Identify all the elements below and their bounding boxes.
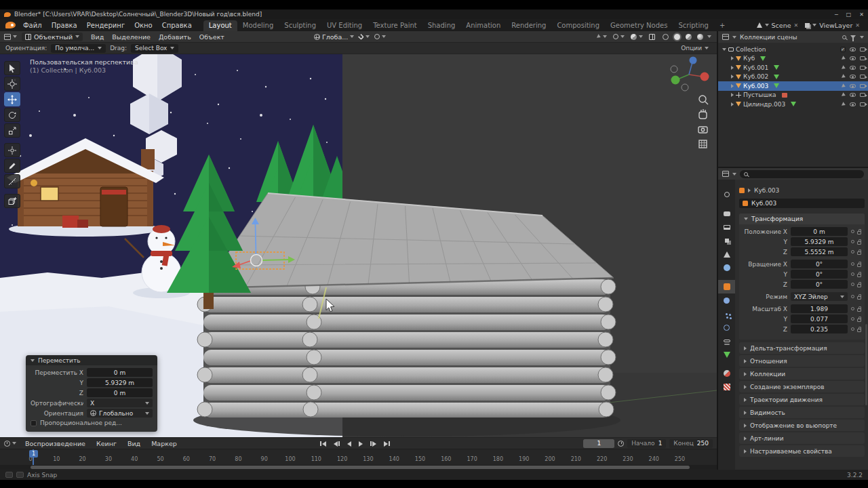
workspace-tab-sculpting[interactable]: Sculpting: [279, 20, 321, 31]
disable-render-icon[interactable]: [860, 75, 865, 79]
collection-checkbox[interactable]: ✓: [840, 47, 846, 52]
properties-tab-physics[interactable]: [718, 321, 735, 334]
lock-icon[interactable]: [857, 329, 861, 332]
disable-render-icon[interactable]: [860, 102, 865, 106]
timeline-menu-Воспроизведение[interactable]: Воспроизведение: [20, 439, 90, 448]
timeline-menu-Кеинг[interactable]: Кеинг: [92, 439, 121, 448]
xray-toggle[interactable]: [649, 34, 655, 40]
jump-to-prev-keyframe-button[interactable]: [332, 441, 341, 447]
proportional-editing-dropdown[interactable]: [374, 34, 386, 39]
shading-material-button[interactable]: [684, 33, 693, 41]
expand-icon[interactable]: [731, 66, 734, 70]
expand-icon[interactable]: [731, 93, 734, 97]
selectable-icon[interactable]: [842, 74, 846, 79]
gray-log-building[interactable]: [193, 193, 620, 436]
expand-icon[interactable]: [731, 84, 734, 88]
lock-icon[interactable]: [857, 241, 861, 245]
transform-orientation-dropdown[interactable]: Глоба...: [314, 33, 354, 41]
expand-icon[interactable]: [722, 48, 726, 51]
selectable-icon[interactable]: [842, 56, 846, 61]
shading-solid-button[interactable]: [673, 33, 682, 41]
outliner-row-Collection[interactable]: Collection ✓: [718, 45, 868, 54]
hide-viewport-icon[interactable]: [850, 47, 856, 52]
hide-viewport-icon[interactable]: [850, 102, 856, 106]
section-Арт-линии[interactable]: Арт-линии: [739, 432, 865, 444]
field-Положение X[interactable]: 0 m: [791, 227, 848, 236]
unlink-scene-icon[interactable]: ✕: [794, 22, 799, 28]
timeline-editor-dropdown[interactable]: [4, 441, 16, 447]
animate-decorator-icon[interactable]: [851, 262, 854, 266]
section-Коллекции[interactable]: Коллекции: [739, 368, 865, 380]
lock-icon[interactable]: [857, 319, 861, 322]
jump-to-start-button[interactable]: [319, 441, 328, 447]
lock-icon[interactable]: [857, 296, 861, 300]
snapping-dropdown[interactable]: [359, 35, 370, 39]
move-z-input[interactable]: 0 m: [87, 388, 153, 397]
field-Z[interactable]: 5.5552 m: [791, 247, 848, 256]
jump-to-end-button[interactable]: [382, 441, 391, 447]
section-Создание экземпляров[interactable]: Создание экземпляров: [739, 381, 865, 392]
outliner-editor-icon[interactable]: [722, 34, 729, 40]
outliner-row-Куб[interactable]: Куб: [718, 54, 868, 64]
gizmos-dropdown[interactable]: [613, 34, 625, 39]
orientation-setting-dropdown[interactable]: По умолча...: [51, 44, 106, 53]
properties-tab-world[interactable]: [718, 261, 735, 274]
object-name-field[interactable]: Куб.003: [739, 199, 865, 208]
workspace-tab-geometry-nodes[interactable]: Geometry Nodes: [605, 20, 673, 31]
play-button[interactable]: [357, 441, 364, 447]
outliner-display-mode[interactable]: Коллекции сцены: [740, 34, 797, 41]
properties-tab-material[interactable]: [718, 367, 735, 380]
field-Y[interactable]: 5.9329 m: [791, 237, 848, 246]
viewport-menu-Вид[interactable]: Вид: [87, 33, 107, 41]
gizmo-z-axis[interactable]: [256, 224, 256, 254]
menu-Файл[interactable]: Файл: [18, 21, 47, 30]
workspace-tab-layout[interactable]: Layout: [203, 20, 237, 31]
add-cube-tool[interactable]: [4, 194, 20, 208]
blender-logo-icon[interactable]: [5, 22, 16, 28]
outliner-row-Куб.001[interactable]: Куб.001: [718, 63, 868, 73]
properties-tab-object[interactable]: [718, 280, 735, 293]
lock-icon[interactable]: [857, 274, 861, 277]
section-Отношения[interactable]: Отношения: [739, 355, 865, 367]
timeline-menu-Маркер[interactable]: Маркер: [146, 439, 182, 448]
search-icon[interactable]: [842, 35, 846, 39]
selectable-icon[interactable]: [842, 102, 846, 107]
workspace-tab-modeling[interactable]: Modeling: [237, 20, 279, 31]
playhead-frame-badge[interactable]: 1: [29, 450, 38, 458]
workspace-tab-scripting[interactable]: Scripting: [673, 20, 713, 31]
properties-tab-constraints[interactable]: [718, 334, 735, 348]
viewport-menu-Выделение[interactable]: Выделение: [108, 33, 154, 41]
disable-render-icon[interactable]: [860, 56, 865, 60]
gizmo-y-axis[interactable]: [262, 260, 288, 260]
outliner-row-Куб.002[interactable]: Куб.002: [718, 73, 868, 82]
lock-icon[interactable]: [857, 308, 861, 312]
workspace-tab-compositing[interactable]: Compositing: [551, 20, 605, 31]
workspace-tab-rendering[interactable]: Rendering: [506, 20, 551, 31]
frame-end-field[interactable]: Конец 250: [669, 439, 713, 448]
field-Масштаб X[interactable]: 1.989: [791, 304, 848, 313]
transform-tool[interactable]: [4, 143, 20, 157]
expand-icon[interactable]: [731, 56, 734, 60]
scrollbar-handle[interactable]: [31, 466, 690, 469]
operator-panel-header[interactable]: Переместить: [26, 355, 157, 365]
drag-setting-dropdown[interactable]: Select Box: [131, 44, 178, 53]
axis-y-handle[interactable]: [671, 76, 680, 85]
animate-decorator-icon[interactable]: [851, 240, 854, 243]
animate-decorator-icon[interactable]: [851, 307, 854, 310]
axis-x-handle[interactable]: [701, 73, 709, 81]
selectable-icon[interactable]: [842, 83, 846, 89]
disable-render-icon[interactable]: [860, 47, 865, 52]
hide-viewport-icon[interactable]: [850, 75, 856, 79]
field-Y[interactable]: 0.077: [791, 314, 848, 323]
preview-range-icon[interactable]: [618, 441, 624, 447]
scene-selector[interactable]: Scene ✕: [757, 22, 799, 29]
axis-z-handle[interactable]: [690, 57, 697, 64]
properties-tab-view-layer[interactable]: [718, 234, 735, 247]
editor-type-dropdown[interactable]: [4, 34, 17, 40]
selectable-icon[interactable]: [842, 92, 846, 98]
shading-rendered-button[interactable]: [696, 33, 705, 41]
jump-to-next-keyframe-button[interactable]: [369, 441, 378, 447]
lock-icon[interactable]: [857, 251, 861, 255]
hide-viewport-icon[interactable]: [850, 84, 856, 88]
field-Z[interactable]: 0°: [791, 280, 848, 289]
